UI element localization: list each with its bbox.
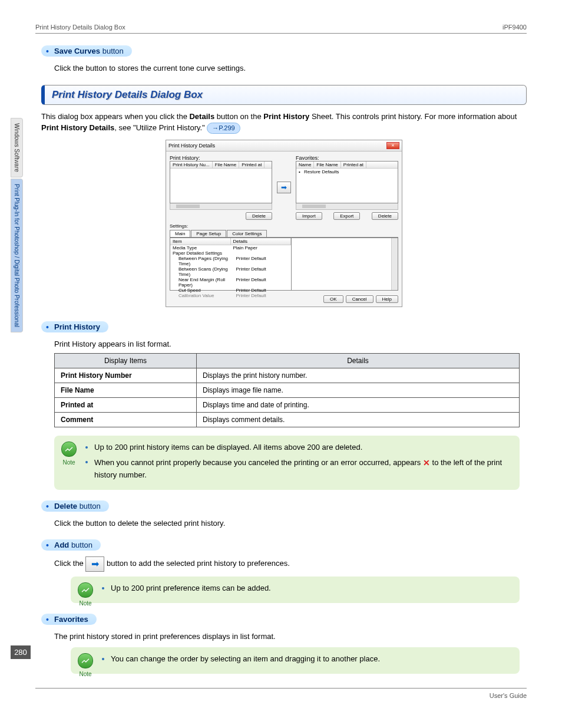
x-icon: ✕ (423, 456, 430, 469)
th-details: Details (197, 354, 520, 368)
tab-color-settings[interactable]: Color Settings (227, 230, 267, 237)
footer: User's Guide (35, 688, 527, 699)
add-note: Note Up to 200 print preference items ca… (71, 577, 520, 603)
note-item: You can change the order by selecting an… (111, 653, 511, 666)
add-heading: Add button (41, 539, 101, 551)
help-button[interactable]: Help (376, 295, 398, 303)
note-item-2: When you cannot print properly because y… (94, 456, 511, 482)
delete-heading: Delete button (41, 500, 109, 512)
favorites-note: Note You can change the order by selecti… (71, 647, 520, 674)
delete-button-2[interactable]: Delete (372, 212, 398, 220)
side-tab-print-plugin[interactable]: Print Plug-In for Photoshop / Digital Ph… (11, 179, 23, 332)
settings-table: Item Details Media TypePlain Paper Paper… (170, 238, 292, 291)
page: Print History Details Dialog Box iPF9400… (0, 0, 562, 717)
side-tab-windows-software[interactable]: Windows Software (11, 118, 23, 177)
cancel-button[interactable]: Cancel (346, 295, 373, 303)
tab-page-setup[interactable]: Page Setup (191, 230, 226, 237)
favorites-desc: The print history stored in print prefer… (54, 631, 527, 643)
settings-tabs: Main Page Setup Color Settings (170, 230, 398, 238)
section-header: Print History Details Dialog Box (41, 85, 527, 105)
page-header: Print History Details Dialog Box iPF9400 (35, 24, 527, 34)
note-item-1: Up to 200 print history items can be dis… (94, 442, 511, 454)
delete-desc: Click the button to delete the selected … (54, 518, 527, 529)
print-history-note: Note Up to 200 print history items can b… (54, 436, 520, 490)
import-button[interactable]: Import (296, 212, 322, 220)
favorites-heading: Favorites (41, 614, 97, 625)
print-history-heading: Print History (41, 321, 108, 332)
th-display-items: Display Items (55, 354, 197, 368)
hscrollbar[interactable] (170, 203, 272, 210)
section-title: Print History Details Dialog Box (52, 89, 203, 100)
print-history-label: Print History: (170, 155, 272, 161)
note-icon: Note (61, 442, 77, 467)
ok-button[interactable]: OK (323, 295, 343, 303)
vscrollbar[interactable] (391, 238, 398, 290)
print-history-table: Display Items Details Print History Numb… (54, 353, 520, 427)
note-icon: Note (78, 582, 93, 608)
favorites-list[interactable]: Name File Name Printed at • Restore Defa… (296, 161, 398, 203)
close-icon[interactable]: ✕ (386, 142, 399, 149)
dialog-title: Print History Details (168, 143, 215, 149)
favorites-label: Favorites: (296, 155, 398, 161)
hscrollbar-2[interactable] (296, 203, 398, 210)
add-desc: Click the ➡ button to add the selected p… (54, 556, 527, 572)
note-icon: Note (78, 653, 93, 679)
tab-main[interactable]: Main (170, 230, 190, 237)
save-curves-suffix: button (100, 47, 124, 55)
export-button[interactable]: Export (333, 212, 360, 220)
save-curves-title: Save Curves (54, 47, 100, 55)
section-intro: This dialog box appears when you click t… (41, 111, 527, 134)
header-left: Print History Details Dialog Box (35, 24, 125, 31)
print-history-list[interactable]: Print History Nu... File Name Printed at (170, 161, 272, 203)
print-history-details-dialog: Print History Details ✕ Print History: P… (166, 140, 402, 307)
delete-button[interactable]: Delete (246, 212, 272, 220)
dialog-titlebar: Print History Details ✕ (166, 140, 402, 151)
settings-label: Settings: (170, 223, 398, 229)
side-tabs: Windows Software Print Plug-In for Photo… (11, 118, 23, 332)
save-curves-heading: Save Curves button (41, 45, 132, 57)
print-history-desc: Print History appears in list format. (54, 338, 527, 350)
page-link[interactable]: →P.299 (207, 123, 240, 134)
arrow-right-icon[interactable]: ➡ (85, 556, 104, 572)
note-item: Up to 200 print preference items can be … (111, 582, 511, 595)
header-right: iPF9400 (503, 24, 527, 31)
page-number: 280 (11, 645, 31, 659)
save-curves-desc: Click the button to stores the current t… (54, 62, 527, 74)
add-arrow-button[interactable]: ➡ (277, 182, 291, 193)
